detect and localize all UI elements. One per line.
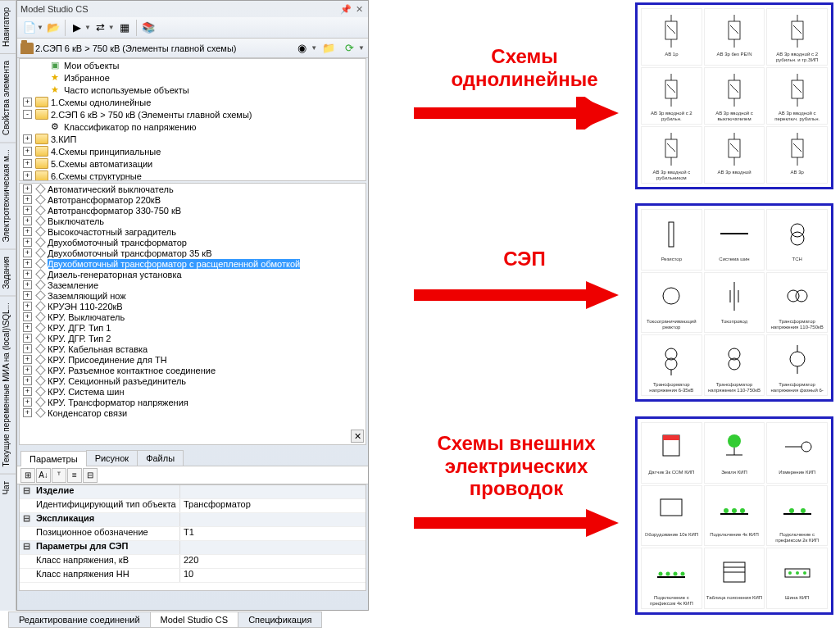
expand-icon[interactable]: + xyxy=(23,98,32,107)
folder-action-icon[interactable]: 📁 xyxy=(320,39,338,57)
thumbnail[interactable]: Токопровод xyxy=(704,272,765,334)
list-item[interactable]: +КРУЭН 110-220кВ xyxy=(20,301,366,311)
filter-icon[interactable]: ᵀ xyxy=(52,468,66,483)
expand-icon[interactable]: + xyxy=(23,376,32,385)
expand-icon[interactable]: + xyxy=(23,159,32,168)
expand-icon[interactable]: + xyxy=(23,206,32,215)
tree-node[interactable]: -2.СЭП 6 кВ > 750 кВ (Элементы главной с… xyxy=(20,108,366,120)
list-item[interactable]: +КРУ. Присоединение для ТН xyxy=(20,354,366,365)
tree-node[interactable]: ★Избранное xyxy=(20,71,366,84)
list-item[interactable]: +КРУ. Трансформатор напряжения xyxy=(20,397,366,407)
thumbnail[interactable]: Трансформатор напряжения 110-750кВ xyxy=(704,334,765,396)
list-item[interactable]: +КРУ. Кабельная вставка xyxy=(20,343,366,354)
filter-icon[interactable]: ◉ xyxy=(293,39,311,57)
property-row[interactable]: Класс напряжения, кВ220 xyxy=(20,555,366,569)
thumbnail[interactable]: Датчик 3к СОМ КИП xyxy=(641,422,702,484)
tab-drawing[interactable]: Рисунок xyxy=(86,450,138,466)
thumbnail[interactable]: АВ 3p вводной с выключателем xyxy=(704,67,765,125)
expand-icon[interactable]: + xyxy=(23,355,32,364)
btab-connections[interactable]: Редактирование соединений xyxy=(8,612,151,628)
list-item[interactable]: +Двухобмоточный трансформатор 35 кВ xyxy=(20,248,366,258)
expand-icon[interactable]: + xyxy=(23,334,32,343)
thumbnail[interactable]: Подключение с префиксом 4к КИП xyxy=(641,548,702,609)
pin-icon[interactable]: 📌 xyxy=(340,3,352,15)
expand-icon[interactable]: + xyxy=(23,291,32,300)
property-row[interactable]: Класс напряжения НН10 xyxy=(20,569,366,583)
layers-icon[interactable]: ≡ xyxy=(67,468,82,483)
thumbnail[interactable]: АВ 3p вводной с 2 рубильн. и тр.ЗИП xyxy=(766,8,828,66)
expand-icon[interactable]: + xyxy=(23,134,32,143)
tree-node[interactable]: +6.Схемы структурные xyxy=(20,170,366,181)
side-tab[interactable]: Чат xyxy=(0,474,16,502)
list-item[interactable]: +КРУ. ДГР. Тип 1 xyxy=(20,322,366,333)
thumbnail[interactable]: Трансформатор напряжения фазный 6-35 кВ xyxy=(766,334,828,396)
expand-icon[interactable]: + xyxy=(23,227,32,236)
thumbnail[interactable]: Шина КИП xyxy=(766,548,828,609)
thumbnail[interactable]: Подключение с префиксом 2к КИП xyxy=(766,485,828,547)
expand-icon[interactable]: + xyxy=(23,312,32,321)
tree-node[interactable]: ★Часто используемые объекты xyxy=(20,84,366,96)
expand-icon[interactable]: + xyxy=(23,302,32,311)
tree-node[interactable]: +5.Схемы автоматизации xyxy=(20,157,366,170)
dropdown-icon[interactable]: ▼ xyxy=(108,24,115,31)
list-item[interactable]: +Двухобмоточный трансформатор xyxy=(20,237,366,248)
sort-cat-icon[interactable]: ⊞ xyxy=(20,468,35,483)
tree-node[interactable]: ⚙Классификатор по напряжению xyxy=(20,120,366,133)
tree-node[interactable]: ▣Мои объекты xyxy=(20,59,366,71)
new-doc-icon[interactable]: 📄 xyxy=(20,19,39,37)
thumbnail[interactable]: Земля КИП xyxy=(704,422,765,484)
tree-node[interactable]: +3.КИП xyxy=(20,133,366,145)
tree-icon[interactable]: ⊟ xyxy=(83,468,98,483)
side-tab[interactable]: Навигатор xyxy=(0,0,16,53)
thumbnail[interactable]: АВ 3p вводной с переключ. рубильн. xyxy=(766,67,828,125)
side-tab[interactable]: Задания xyxy=(0,249,16,296)
thumbnail[interactable]: АВ 3р без PE/N xyxy=(704,8,765,66)
property-category[interactable]: ⊟Параметры для СЭП xyxy=(20,541,366,555)
thumbnail[interactable]: АВ 3p вводной xyxy=(704,126,765,184)
tab-files[interactable]: Файлы xyxy=(137,450,184,466)
toggle-icon[interactable]: ⇄ xyxy=(92,19,110,37)
expand-icon[interactable]: + xyxy=(23,344,32,353)
thumbnail[interactable]: АВ 3p xyxy=(766,126,828,184)
expand-icon[interactable]: + xyxy=(23,366,32,375)
list-item[interactable]: +Заземление xyxy=(20,280,366,290)
list-item[interactable]: +Дизель-генераторная установка xyxy=(20,269,366,280)
close-button[interactable]: ✕ xyxy=(351,430,364,443)
tree-node[interactable]: +1.Схемы однолинейные xyxy=(20,96,366,108)
thumbnail[interactable]: Таблица пояснения КИП xyxy=(704,548,765,609)
list-item[interactable]: +Высокочастотный заградитель xyxy=(20,226,366,237)
thumbnail[interactable]: Трансформатор напряжения 6-35кВ xyxy=(641,334,702,396)
expand-icon[interactable]: + xyxy=(23,387,32,396)
expand-icon[interactable]: + xyxy=(23,270,32,279)
list-item[interactable]: +КРУ. Система шин xyxy=(20,386,366,397)
dropdown-icon[interactable]: ▼ xyxy=(311,44,317,52)
list-item[interactable]: +Двухобмоточный трансформатор с расщепле… xyxy=(20,258,366,269)
thumbnail[interactable]: Система шин xyxy=(704,209,765,271)
thumbnail[interactable]: АВ 1р xyxy=(641,8,702,66)
list-item[interactable]: +Конденсатор связи xyxy=(20,407,366,418)
thumbnail[interactable]: Измерение КИП xyxy=(766,422,828,484)
list-item[interactable]: +КРУ. ДГР. Тип 2 xyxy=(20,333,366,343)
expand-icon[interactable]: + xyxy=(23,398,32,407)
tree-node[interactable]: +4.Схемы принципиальные xyxy=(20,145,366,157)
list-item[interactable]: +Заземляющий нож xyxy=(20,290,366,301)
sort-az-icon[interactable]: A↓ xyxy=(36,468,51,483)
thumbnail[interactable]: Резистор xyxy=(641,209,702,271)
tab-params[interactable]: Параметры xyxy=(20,451,87,466)
expand-icon[interactable]: + xyxy=(23,323,32,332)
list-item[interactable]: +Автотрансформатор 220кВ xyxy=(20,194,366,205)
breadcrumb[interactable]: 2.СЭП 6 кВ > 750 кВ (Элементы главной сх… xyxy=(20,43,237,54)
property-row[interactable]: Позиционное обозначениеT1 xyxy=(20,527,366,541)
expand-icon[interactable]: - xyxy=(23,110,32,119)
side-tab[interactable]: Текущие переменные MИA на (local)\SQL... xyxy=(0,295,16,473)
expand-icon[interactable]: + xyxy=(23,259,32,268)
side-tab[interactable]: Электротехническая м... xyxy=(0,142,16,248)
play-icon[interactable]: ▶ xyxy=(68,19,86,37)
list-item[interactable]: +КРУ. Выключатель xyxy=(20,311,366,322)
property-category[interactable]: ⊟Экспликация xyxy=(20,513,366,527)
thumbnail[interactable]: АВ 3p вводной с рубильником xyxy=(641,126,702,184)
expand-icon[interactable]: + xyxy=(23,195,32,204)
list-item[interactable]: +Выключатель xyxy=(20,216,366,226)
list-item[interactable]: +Автотрансформатор 330-750 кВ xyxy=(20,205,366,216)
dropdown-icon[interactable]: ▼ xyxy=(84,24,91,31)
